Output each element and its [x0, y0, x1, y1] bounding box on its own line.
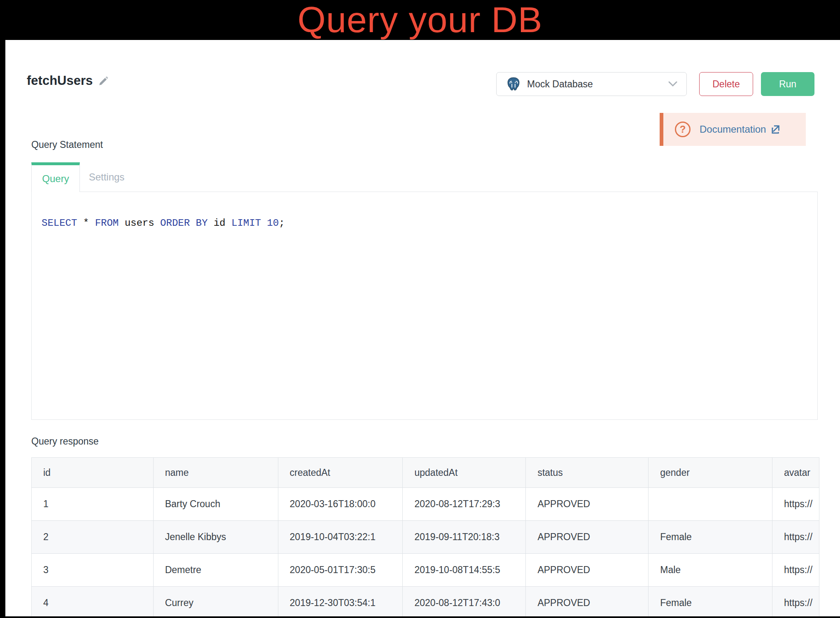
query-response-label: Query response: [31, 436, 99, 447]
table-cell: 2019-10-04T03:22:1: [278, 521, 403, 554]
column-header-name: name: [153, 458, 278, 488]
table-cell: Male: [649, 554, 772, 587]
database-selector-value: Mock Database: [527, 79, 668, 90]
table-cell: 2020-03-16T18:00:0: [278, 488, 403, 521]
column-header-gender: gender: [649, 458, 772, 488]
table-cell: https://: [772, 488, 819, 521]
sql-editor[interactable]: SELECT * FROM users ORDER BY id LIMIT 10…: [31, 192, 818, 420]
question-circle-icon: ?: [675, 122, 691, 137]
table-cell: 2020-08-12T17:43:0: [403, 587, 526, 617]
query-statement-label: Query Statement: [31, 139, 103, 150]
column-header-updatedAt: updatedAt: [403, 458, 526, 488]
table-cell: 2020-08-12T17:29:3: [403, 488, 526, 521]
page-banner: Query your DB: [0, 0, 840, 40]
delete-button[interactable]: Delete: [699, 72, 753, 96]
table-cell: 2020-05-01T17:30:5: [278, 554, 403, 587]
postgresql-icon: [506, 76, 521, 92]
tab-query[interactable]: Query: [31, 162, 80, 192]
chevron-down-icon: [668, 81, 677, 87]
banner-title: Query your DB: [0, 0, 840, 39]
open-docs-icon: [770, 124, 781, 135]
table-cell: APPROVED: [526, 521, 649, 554]
table-cell: Currey: [153, 587, 278, 617]
edit-pencil-icon[interactable]: [98, 76, 109, 87]
column-header-createdAt: createdAt: [278, 458, 403, 488]
table-cell: [649, 488, 772, 521]
table-cell: Female: [649, 587, 772, 617]
table-cell: Barty Crouch: [153, 488, 278, 521]
table-cell: https://: [772, 554, 819, 587]
table-row: 4Currey2019-12-30T03:54:12020-08-12T17:4…: [32, 587, 819, 617]
tab-settings[interactable]: Settings: [80, 162, 133, 192]
run-button[interactable]: Run: [761, 72, 814, 96]
database-selector-dropdown[interactable]: Mock Database: [496, 72, 687, 96]
table-row: 1Barty Crouch2020-03-16T18:00:02020-08-1…: [32, 488, 819, 521]
table-cell: 2019-09-11T20:18:3: [403, 521, 526, 554]
table-cell: APPROVED: [526, 488, 649, 521]
app-window: Query your DB fetchUsers Mock Database D…: [0, 0, 840, 618]
documentation-label: Documentation: [700, 124, 766, 135]
table-cell: 2: [32, 521, 154, 554]
query-response-table: idnamecreatedAtupdatedAtstatusgenderavat…: [31, 457, 819, 616]
table-cell: Jenelle Kibbys: [153, 521, 278, 554]
table-cell: https://: [772, 521, 819, 554]
table-cell: 3: [32, 554, 154, 587]
table-cell: APPROVED: [526, 554, 649, 587]
table-cell: 2019-10-08T14:55:5: [403, 554, 526, 587]
table-cell: 4: [32, 587, 154, 617]
table-cell: Demetre: [153, 554, 278, 587]
column-header-id: id: [32, 458, 154, 488]
table-cell: APPROVED: [526, 587, 649, 617]
table-cell: 1: [32, 488, 154, 521]
table-cell: Female: [649, 521, 772, 554]
sql-code: SELECT * FROM users ORDER BY id LIMIT 10…: [42, 218, 285, 229]
table-row: 3Demetre2020-05-01T17:30:52019-10-08T14:…: [32, 554, 819, 587]
column-header-avatar: avatar: [772, 458, 819, 488]
query-response-table-wrap: idnamecreatedAtupdatedAtstatusgenderavat…: [31, 457, 819, 616]
table-cell: https://: [772, 587, 819, 617]
table-cell: 2019-12-30T03:54:1: [278, 587, 403, 617]
query-name-title: fetchUsers: [27, 73, 93, 88]
table-header-row: idnamecreatedAtupdatedAtstatusgenderavat…: [32, 458, 819, 488]
column-header-status: status: [526, 458, 649, 488]
table-row: 2Jenelle Kibbys2019-10-04T03:22:12019-09…: [32, 521, 819, 554]
documentation-link[interactable]: ? Documentation: [660, 113, 806, 146]
